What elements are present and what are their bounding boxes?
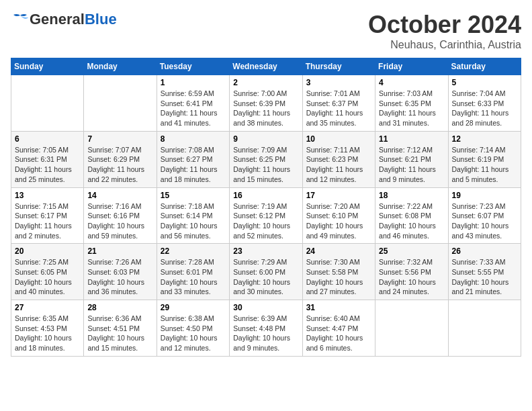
- calendar-cell: [11, 75, 84, 132]
- day-info: Sunrise: 6:39 AMSunset: 4:48 PMDaylight:…: [233, 314, 298, 353]
- calendar-cell: 22Sunrise: 7:28 AMSunset: 6:01 PMDayligh…: [157, 244, 229, 300]
- calendar-cell: 28Sunrise: 6:36 AMSunset: 4:51 PMDayligh…: [84, 300, 157, 357]
- day-number: 19: [452, 191, 517, 200]
- calendar-cell: 25Sunrise: 7:32 AMSunset: 5:56 PMDayligh…: [375, 244, 448, 300]
- day-number: 20: [15, 246, 80, 256]
- calendar-cell: 23Sunrise: 7:29 AMSunset: 6:00 PMDayligh…: [230, 244, 302, 300]
- day-number: 21: [87, 246, 152, 256]
- day-number: 10: [306, 134, 371, 144]
- day-info: Sunrise: 7:22 AMSunset: 6:08 PMDaylight:…: [379, 201, 444, 241]
- weekday-header-friday: Friday: [375, 58, 448, 75]
- day-number: 2: [233, 78, 298, 87]
- weekday-header-sunday: Sunday: [11, 58, 84, 75]
- day-number: 14: [87, 191, 152, 200]
- day-number: 13: [15, 191, 80, 200]
- day-info: Sunrise: 6:35 AMSunset: 4:53 PMDaylight:…: [15, 314, 80, 353]
- calendar-cell: 15Sunrise: 7:18 AMSunset: 6:14 PMDayligh…: [157, 187, 229, 244]
- day-number: 16: [233, 191, 298, 200]
- day-number: 26: [452, 246, 517, 256]
- calendar-cell: 26Sunrise: 7:33 AMSunset: 5:55 PMDayligh…: [448, 244, 521, 300]
- weekday-header-tuesday: Tuesday: [157, 58, 229, 75]
- day-number: 6: [15, 134, 80, 144]
- day-info: Sunrise: 7:19 AMSunset: 6:12 PMDaylight:…: [233, 201, 298, 241]
- calendar-cell: 29Sunrise: 6:38 AMSunset: 4:50 PMDayligh…: [157, 300, 229, 357]
- calendar-week-row: 27Sunrise: 6:35 AMSunset: 4:53 PMDayligh…: [11, 300, 521, 357]
- calendar-cell: 12Sunrise: 7:14 AMSunset: 6:19 PMDayligh…: [448, 131, 521, 187]
- day-number: 4: [379, 78, 444, 87]
- day-number: 24: [306, 246, 371, 256]
- calendar-cell: 19Sunrise: 7:23 AMSunset: 6:07 PMDayligh…: [448, 187, 521, 244]
- day-number: 3: [306, 78, 371, 87]
- calendar-cell: 31Sunrise: 6:40 AMSunset: 4:47 PMDayligh…: [302, 300, 375, 357]
- calendar-cell: 14Sunrise: 7:16 AMSunset: 6:16 PMDayligh…: [84, 187, 157, 244]
- day-info: Sunrise: 7:20 AMSunset: 6:10 PMDaylight:…: [306, 201, 371, 241]
- calendar-cell: 27Sunrise: 6:35 AMSunset: 4:53 PMDayligh…: [11, 300, 84, 357]
- day-number: 28: [87, 303, 152, 312]
- logo: GeneralBlue: [11, 11, 117, 28]
- calendar-cell: 21Sunrise: 7:26 AMSunset: 6:03 PMDayligh…: [84, 244, 157, 300]
- calendar-cell: 8Sunrise: 7:08 AMSunset: 6:27 PMDaylight…: [157, 131, 229, 187]
- day-info: Sunrise: 7:11 AMSunset: 6:23 PMDaylight:…: [306, 145, 371, 185]
- calendar-cell: 2Sunrise: 7:00 AMSunset: 6:39 PMDaylight…: [230, 75, 302, 132]
- day-info: Sunrise: 7:01 AMSunset: 6:37 PMDaylight:…: [306, 89, 371, 128]
- calendar-cell: 1Sunrise: 6:59 AMSunset: 6:41 PMDaylight…: [157, 75, 229, 132]
- calendar-body: 1Sunrise: 6:59 AMSunset: 6:41 PMDaylight…: [11, 75, 521, 357]
- day-info: Sunrise: 7:03 AMSunset: 6:35 PMDaylight:…: [379, 89, 444, 128]
- day-number: 15: [161, 191, 226, 200]
- title-area: October 2024 Neuhaus, Carinthia, Austria: [368, 11, 521, 51]
- logo-general: General: [30, 11, 85, 28]
- logo-icon: [11, 13, 30, 26]
- calendar-week-row: 20Sunrise: 7:25 AMSunset: 6:05 PMDayligh…: [11, 244, 521, 300]
- day-number: 9: [233, 134, 298, 144]
- day-info: Sunrise: 7:23 AMSunset: 6:07 PMDaylight:…: [452, 201, 517, 241]
- day-number: 18: [379, 191, 444, 200]
- day-info: Sunrise: 6:38 AMSunset: 4:50 PMDaylight:…: [161, 314, 226, 353]
- day-info: Sunrise: 7:26 AMSunset: 6:03 PMDaylight:…: [87, 257, 152, 297]
- day-info: Sunrise: 7:18 AMSunset: 6:14 PMDaylight:…: [161, 201, 226, 241]
- logo-blue: Blue: [85, 11, 117, 28]
- day-number: 5: [452, 78, 517, 87]
- day-number: 11: [379, 134, 444, 144]
- day-info: Sunrise: 7:28 AMSunset: 6:01 PMDaylight:…: [161, 257, 226, 297]
- calendar-cell: 7Sunrise: 7:07 AMSunset: 6:29 PMDaylight…: [84, 131, 157, 187]
- calendar-week-row: 6Sunrise: 7:05 AMSunset: 6:31 PMDaylight…: [11, 131, 521, 187]
- calendar-cell: 9Sunrise: 7:09 AMSunset: 6:25 PMDaylight…: [230, 131, 302, 187]
- day-number: 23: [233, 246, 298, 256]
- day-info: Sunrise: 7:33 AMSunset: 5:55 PMDaylight:…: [452, 257, 517, 297]
- calendar-week-row: 13Sunrise: 7:15 AMSunset: 6:17 PMDayligh…: [11, 187, 521, 244]
- location-title: Neuhaus, Carinthia, Austria: [368, 39, 521, 51]
- calendar-cell: 10Sunrise: 7:11 AMSunset: 6:23 PMDayligh…: [302, 131, 375, 187]
- calendar-cell: [84, 75, 157, 132]
- day-info: Sunrise: 7:14 AMSunset: 6:19 PMDaylight:…: [452, 145, 517, 185]
- day-info: Sunrise: 6:40 AMSunset: 4:47 PMDaylight:…: [306, 314, 371, 353]
- day-info: Sunrise: 7:08 AMSunset: 6:27 PMDaylight:…: [161, 145, 226, 185]
- calendar-cell: 3Sunrise: 7:01 AMSunset: 6:37 PMDaylight…: [302, 75, 375, 132]
- day-number: 25: [379, 246, 444, 256]
- calendar-cell: 6Sunrise: 7:05 AMSunset: 6:31 PMDaylight…: [11, 131, 84, 187]
- calendar-cell: 18Sunrise: 7:22 AMSunset: 6:08 PMDayligh…: [375, 187, 448, 244]
- day-info: Sunrise: 7:12 AMSunset: 6:21 PMDaylight:…: [379, 145, 444, 185]
- day-number: 17: [306, 191, 371, 200]
- day-info: Sunrise: 7:16 AMSunset: 6:16 PMDaylight:…: [87, 201, 152, 241]
- day-info: Sunrise: 7:07 AMSunset: 6:29 PMDaylight:…: [87, 145, 152, 185]
- day-info: Sunrise: 7:05 AMSunset: 6:31 PMDaylight:…: [15, 145, 80, 185]
- day-info: Sunrise: 7:30 AMSunset: 5:58 PMDaylight:…: [306, 257, 371, 297]
- day-number: 22: [161, 246, 226, 256]
- weekday-header-thursday: Thursday: [302, 58, 375, 75]
- calendar-cell: 13Sunrise: 7:15 AMSunset: 6:17 PMDayligh…: [11, 187, 84, 244]
- day-info: Sunrise: 7:29 AMSunset: 6:00 PMDaylight:…: [233, 257, 298, 297]
- weekday-header-saturday: Saturday: [448, 58, 521, 75]
- day-info: Sunrise: 7:25 AMSunset: 6:05 PMDaylight:…: [15, 257, 80, 297]
- day-info: Sunrise: 7:04 AMSunset: 6:33 PMDaylight:…: [452, 89, 517, 128]
- day-number: 7: [87, 134, 152, 144]
- day-number: 30: [233, 303, 298, 312]
- calendar-cell: 17Sunrise: 7:20 AMSunset: 6:10 PMDayligh…: [302, 187, 375, 244]
- calendar-cell: 5Sunrise: 7:04 AMSunset: 6:33 PMDaylight…: [448, 75, 521, 132]
- calendar-cell: 16Sunrise: 7:19 AMSunset: 6:12 PMDayligh…: [230, 187, 302, 244]
- day-number: 31: [306, 303, 371, 312]
- month-title: October 2024: [368, 11, 521, 39]
- calendar-cell: 24Sunrise: 7:30 AMSunset: 5:58 PMDayligh…: [302, 244, 375, 300]
- calendar-table: SundayMondayTuesdayWednesdayThursdayFrid…: [11, 58, 521, 357]
- calendar-cell: 30Sunrise: 6:39 AMSunset: 4:48 PMDayligh…: [230, 300, 302, 357]
- day-number: 8: [161, 134, 226, 144]
